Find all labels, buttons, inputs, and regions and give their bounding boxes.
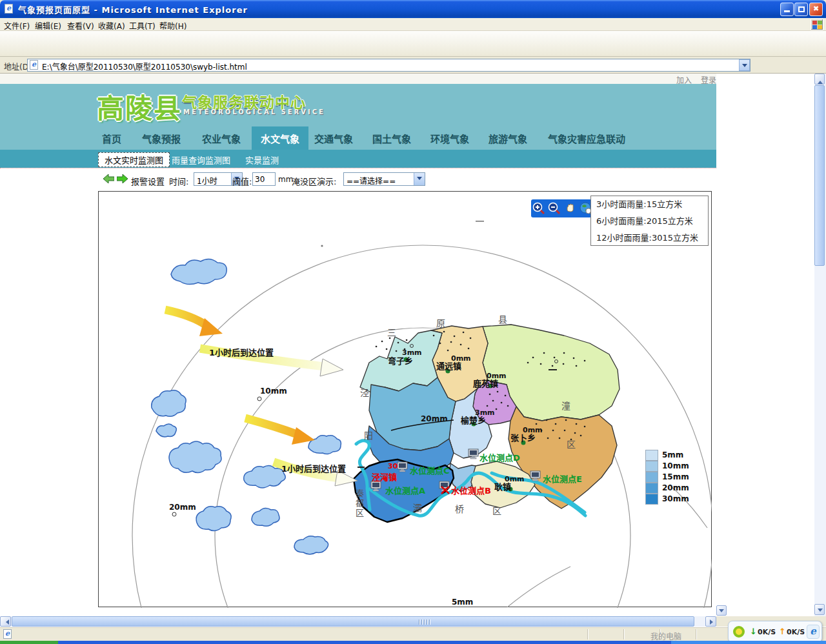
scroll-right-button[interactable] <box>705 616 716 627</box>
nav-tab-forecast[interactable]: 气象预报 <box>142 126 181 150</box>
windows-taskbar[interactable] <box>0 641 826 644</box>
threshold-unit: mm <box>278 175 293 184</box>
nav-tab-hydrology[interactable]: 水文气象 <box>252 126 308 150</box>
alert-town-value: 30 <box>388 462 398 470</box>
speed-monitor-icon <box>733 626 745 638</box>
threshold-input[interactable] <box>252 172 276 186</box>
close-button[interactable]: ✖ <box>809 3 823 16</box>
ie-app-icon <box>5 4 13 14</box>
page-doc-icon <box>30 60 38 70</box>
threshold-label: 阀值: <box>232 175 252 187</box>
station-a-label[interactable]: 水位测点A <box>385 484 425 496</box>
logo-subtitle: METEOROLOGICAL SERVICE <box>183 108 325 116</box>
flood-demo-select[interactable]: ==请选择== <box>343 172 425 186</box>
vertical-scroll-thumb[interactable] <box>814 85 825 266</box>
area-rainfall-info-box: 3小时面雨量:15立方米 6小时面雨量:2015立方米 12小时面雨量:3015… <box>590 196 709 246</box>
site-banner: 高陵县 气象服务联动中心 METEOROLOGICAL SERVICE 首页 气… <box>0 84 716 150</box>
nav-tab-tourism[interactable]: 旅游气象 <box>489 126 527 150</box>
station-b-label[interactable]: 水位测点B <box>451 484 491 496</box>
security-zone-label: 我的电脑 <box>650 630 681 641</box>
horizontal-scrollbar[interactable] <box>0 616 716 627</box>
ie-vertical-scrollbar[interactable] <box>814 74 826 616</box>
map-toolbar <box>531 199 594 217</box>
rain-3h: 3小时面雨量:15立方米 <box>591 196 708 213</box>
network-speed-widget[interactable]: ↓ 0K/S ↑ 0K/S e <box>728 621 822 643</box>
prev-arrow-icon[interactable] <box>103 174 114 183</box>
hydrology-map[interactable] <box>98 191 712 608</box>
ie-window: 气象预报页面原型 - Microsoft Internet Explorer ✖… <box>0 0 826 644</box>
rain-12h: 12小时面雨量:3015立方米 <box>591 230 708 247</box>
content-scroll-down-button[interactable] <box>716 605 727 616</box>
subnav-rain-query[interactable]: 雨量查询监测图 <box>172 154 230 166</box>
menu-favorites[interactable]: 收藏(A) <box>98 20 125 31</box>
scroll-up-button[interactable] <box>814 74 825 85</box>
subnav-realtime-monitor[interactable]: 水文实时监测图 <box>98 152 170 167</box>
download-arrow-icon: ↓ <box>750 627 757 636</box>
scroll-down-button[interactable] <box>814 604 825 615</box>
address-bar: 地址(D) E:\气象台\原型20110530\原型20110530\swyb-… <box>0 57 826 74</box>
time-label: 时间: <box>169 175 188 187</box>
upload-speed: 0K/S <box>787 628 805 636</box>
menu-edit[interactable]: 编辑(E) <box>35 20 61 31</box>
subnav-live-view[interactable]: 实景监测 <box>245 154 279 166</box>
address-value: E:\气象台\原型20110530\原型20110530\swyb-list.h… <box>42 61 247 72</box>
logo-county: 高陵县 <box>97 86 182 126</box>
start-button-edge[interactable] <box>0 641 58 644</box>
menu-view[interactable]: 查看(V) <box>67 20 94 31</box>
ie-browser-icon[interactable]: e <box>807 625 820 639</box>
sub-nav-bar: 水文实时监测图 雨量查询监测图 实景监测 <box>0 150 716 168</box>
map-zoom-in-icon[interactable] <box>532 201 546 216</box>
next-arrow-icon[interactable] <box>117 174 128 183</box>
status-page-icon <box>3 629 12 639</box>
top-strip: 加入 登录 <box>0 74 716 84</box>
system-tray-edge <box>671 641 826 644</box>
upload-arrow-icon: ↑ <box>779 627 786 636</box>
browser-client-area: 加入 登录 高陵县 气象服务联动中心 METEOROLOGICAL SERVIC… <box>0 74 814 616</box>
menu-bar: 文件(F) 编辑(E) 查看(V) 收藏(A) 工具(T) 帮助(H) <box>0 18 826 31</box>
nav-tab-land[interactable]: 国土气象 <box>372 126 411 150</box>
window-title: 气象预报页面原型 - Microsoft Internet Explorer <box>18 3 248 15</box>
title-bar: 气象预报页面原型 - Microsoft Internet Explorer ✖ <box>0 0 826 18</box>
nav-tab-traffic[interactable]: 交通气象 <box>314 126 353 150</box>
flood-demo-label: 淹没区演示: <box>292 175 336 187</box>
alarm-controls-row: 报警设置 时间: 1小时 阀值: mm 淹没区演示: ==请选择== <box>0 168 716 191</box>
address-dropdown-button[interactable] <box>739 59 750 71</box>
map-pan-hand-icon[interactable] <box>563 201 578 216</box>
status-bar: 我的电脑 <box>0 627 826 641</box>
windows-logo-icon <box>811 19 823 30</box>
scrollbar-corner <box>716 616 727 627</box>
horizontal-scroll-thumb[interactable] <box>12 616 694 627</box>
nav-tab-agriculture[interactable]: 农业气象 <box>202 126 241 150</box>
station-c-label[interactable]: 水位测点C <box>410 464 450 476</box>
address-input[interactable]: E:\气象台\原型20110530\原型20110530\swyb-list.h… <box>27 59 750 72</box>
ie-toolbar: 后退 搜索 收藏夹 <box>0 31 826 57</box>
station-d-label[interactable]: 水位测点D <box>479 451 520 463</box>
map-zoom-out-icon[interactable] <box>547 201 561 216</box>
menu-tools[interactable]: 工具(T) <box>129 20 156 31</box>
menu-help[interactable]: 帮助(H) <box>159 20 186 31</box>
station-e-label[interactable]: 水位测点E <box>543 472 582 485</box>
nav-tab-environment[interactable]: 环境气象 <box>430 126 469 150</box>
nav-tab-disaster[interactable]: 气象灾害应急联动 <box>548 126 625 150</box>
maximize-button[interactable] <box>794 3 808 16</box>
minimize-button[interactable] <box>780 3 794 16</box>
download-speed: 0K/S <box>758 628 776 636</box>
scroll-left-button[interactable] <box>0 616 11 627</box>
rain-6h: 6小时面雨量:2015立方米 <box>591 213 708 230</box>
nav-tab-home[interactable]: 首页 <box>102 126 121 150</box>
web-page: 加入 登录 高陵县 气象服务联动中心 METEOROLOGICAL SERVIC… <box>0 74 716 616</box>
alarm-settings-label: 报警设置 <box>131 175 165 187</box>
menu-file[interactable]: 文件(F) <box>4 20 30 31</box>
alert-town-label: 泾河镇 <box>372 470 397 483</box>
